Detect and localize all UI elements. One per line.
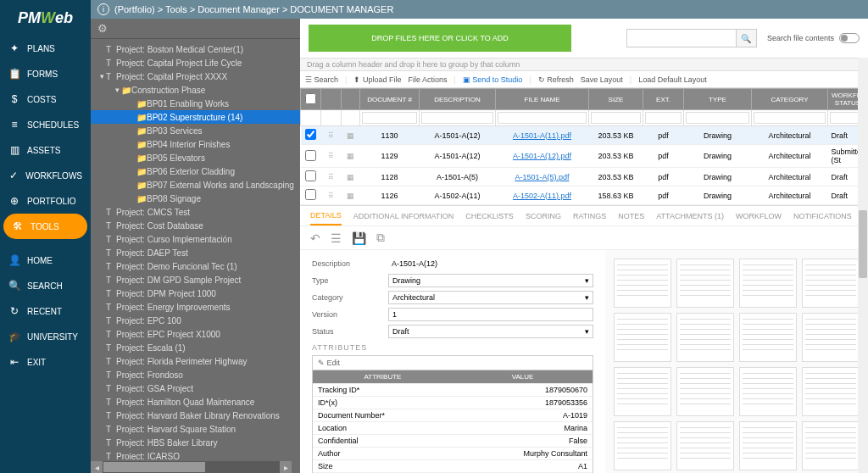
table-row[interactable]: ⠿▦1126A-1502-A(11)A-1502-A(11).pdf158.63… bbox=[301, 186, 868, 205]
row-checkbox[interactable] bbox=[305, 129, 316, 140]
scroll-thumb[interactable] bbox=[103, 462, 205, 472]
col-header[interactable]: FILE NAME bbox=[496, 89, 589, 110]
tree-node[interactable]: TProject: DM GPD Sample Project bbox=[91, 273, 300, 287]
tree-node[interactable]: 📁BP01 Enabling Works bbox=[91, 97, 300, 110]
drag-handle-icon[interactable]: ⠿ bbox=[321, 168, 342, 186]
edit-attributes-button[interactable]: ✎ Edit bbox=[313, 356, 593, 370]
tab-workflow[interactable]: WORKFLOW bbox=[736, 208, 782, 225]
tree-node[interactable]: TProject: Demo Funcional Tec (1) bbox=[91, 259, 300, 273]
tree-node[interactable]: 📁BP02 Superstructure (14) bbox=[91, 110, 300, 124]
select-all-checkbox[interactable] bbox=[305, 93, 316, 104]
preview-thumbnail[interactable] bbox=[802, 421, 860, 470]
row-checkbox[interactable] bbox=[305, 189, 316, 200]
tree-node[interactable]: 📁BP08 Signage bbox=[91, 192, 300, 205]
row-menu-icon[interactable]: ▦ bbox=[342, 168, 360, 186]
file-link[interactable]: A-1501-A(11).pdf bbox=[496, 126, 589, 145]
tree-node[interactable]: TProject: Harvard Baker Library Renovati… bbox=[91, 409, 300, 422]
tab-attachments-[interactable]: ATTACHMENTS (1) bbox=[656, 208, 724, 225]
tree-node[interactable]: TProject: Florida Perimeter Highway bbox=[91, 354, 300, 368]
popout-icon[interactable]: ⧉ bbox=[376, 231, 385, 245]
tab-additional-information[interactable]: ADDITIONAL INFORMATION bbox=[353, 208, 454, 225]
content-vscroll[interactable] bbox=[858, 58, 868, 473]
scroll-right-icon[interactable]: ▸ bbox=[280, 461, 292, 473]
list-icon[interactable]: ☰ bbox=[331, 231, 342, 245]
tree-node[interactable]: TProject: Escala (1) bbox=[91, 341, 300, 354]
group-by-bar[interactable]: Drag a column header and drop it here to… bbox=[300, 58, 868, 71]
nav-portfolio[interactable]: ⊕PORTFOLIO bbox=[0, 188, 91, 214]
col-header[interactable]: EXT. bbox=[643, 89, 684, 110]
tree-node[interactable]: TProject: Curso Implementación bbox=[91, 232, 300, 246]
preview-thumbnail[interactable] bbox=[739, 259, 797, 308]
nav-recent[interactable]: ↻RECENT bbox=[0, 298, 91, 324]
tree-node[interactable]: 📁BP06 Exterior Cladding bbox=[91, 164, 300, 178]
nav-home[interactable]: 👤HOME bbox=[0, 248, 91, 273]
field-type[interactable]: Drawing▾ bbox=[388, 274, 593, 287]
drag-handle-icon[interactable]: ⠿ bbox=[321, 186, 342, 205]
nav-exit[interactable]: ⇤EXIT bbox=[0, 349, 91, 375]
preview-thumbnail[interactable] bbox=[614, 421, 671, 470]
file-link[interactable]: A-1502-A(11).pdf bbox=[496, 186, 589, 205]
filter-input[interactable] bbox=[421, 112, 493, 124]
preview-thumbnail[interactable] bbox=[676, 367, 734, 416]
tree-node[interactable]: ▾📁Construction Phase bbox=[91, 83, 300, 97]
tree-node[interactable]: TProject: Boston Medical Center(1) bbox=[91, 42, 300, 56]
tree-node[interactable]: TProject: ICARSO bbox=[91, 449, 300, 459]
tree-node[interactable]: TProject: Harvard Square Station bbox=[91, 422, 300, 436]
tree-node[interactable]: TProject: Energy Improvements bbox=[91, 300, 300, 314]
col-header[interactable]: TYPE bbox=[684, 89, 752, 110]
tab-scoring[interactable]: SCORING bbox=[526, 208, 561, 225]
nav-workflows[interactable]: ✓WORKFLOWS bbox=[0, 163, 91, 188]
tree-node[interactable]: TProject: GSA Project bbox=[91, 381, 300, 395]
undo-icon[interactable]: ↶ bbox=[310, 231, 320, 245]
tree-node[interactable]: 📁BP07 External Works and Landscaping bbox=[91, 178, 300, 192]
preview-thumbnail[interactable] bbox=[676, 259, 734, 308]
search-button[interactable]: 🔍 bbox=[737, 29, 757, 47]
tree-settings-icon[interactable]: ⚙ bbox=[97, 22, 108, 35]
preview-thumbnail[interactable] bbox=[614, 313, 671, 362]
preview-thumbnail[interactable] bbox=[802, 259, 860, 308]
table-row[interactable]: ⠿▦1128A-1501-A(5)A-1501-A(5).pdf203.53 K… bbox=[301, 168, 868, 186]
filter-input[interactable] bbox=[498, 112, 587, 124]
tree-node[interactable]: 📁BP03 Services bbox=[91, 124, 300, 137]
preview-thumbnail[interactable] bbox=[802, 313, 860, 362]
preview-thumbnail[interactable] bbox=[739, 367, 797, 416]
info-icon[interactable]: i bbox=[97, 3, 109, 15]
row-menu-icon[interactable]: ▦ bbox=[342, 126, 360, 145]
preview-thumbnail[interactable] bbox=[739, 313, 797, 362]
filter-input[interactable] bbox=[362, 112, 417, 124]
search-input[interactable] bbox=[626, 29, 737, 47]
nav-tools[interactable]: 🛠TOOLS bbox=[3, 214, 87, 239]
drag-handle-icon[interactable]: ⠿ bbox=[321, 126, 342, 145]
nav-search[interactable]: 🔍SEARCH bbox=[0, 273, 91, 298]
field-version[interactable]: 1 bbox=[388, 308, 593, 321]
nav-university[interactable]: 🎓UNIVERSITY bbox=[0, 324, 91, 349]
preview-thumbnail[interactable] bbox=[802, 367, 860, 416]
scroll-left-icon[interactable]: ◂ bbox=[91, 461, 103, 473]
tree-node[interactable]: TProject: Frondoso bbox=[91, 368, 300, 381]
tree-node[interactable]: TProject: EPC Project X1000 bbox=[91, 327, 300, 341]
tree-node[interactable]: TProject: CMCS Test bbox=[91, 205, 300, 219]
file-link[interactable]: A-1501-A(12).pdf bbox=[496, 145, 589, 168]
nav-schedules[interactable]: ≡SCHEDULES bbox=[0, 112, 91, 137]
tree-node[interactable]: TProject: HBS Baker Library bbox=[91, 436, 300, 449]
nav-costs[interactable]: $COSTS bbox=[0, 86, 91, 112]
col-header[interactable]: CATEGORY bbox=[752, 89, 828, 110]
preview-thumbnail[interactable] bbox=[739, 421, 797, 470]
search-contents-toggle[interactable] bbox=[839, 33, 860, 43]
tree-node[interactable]: TProject: Hamilton Quad Maintenance bbox=[91, 395, 300, 409]
tree-node[interactable]: TProject: DAEP Test bbox=[91, 246, 300, 259]
drop-zone[interactable]: DROP FILES HERE OR CLICK TO ADD bbox=[309, 25, 571, 52]
filter-input[interactable] bbox=[754, 112, 826, 124]
tab-details[interactable]: DETAILS bbox=[310, 207, 342, 225]
row-checkbox[interactable] bbox=[305, 150, 316, 161]
tree-toggle-icon[interactable]: ▾ bbox=[113, 86, 121, 94]
tab-notes[interactable]: NOTES bbox=[618, 208, 644, 225]
preview-thumbnail[interactable] bbox=[614, 259, 671, 308]
load-default-layout-action[interactable]: Load Default Layout bbox=[638, 75, 707, 84]
drag-handle-icon[interactable]: ⠿ bbox=[321, 145, 342, 168]
save-icon[interactable]: 💾 bbox=[352, 231, 366, 245]
tree-node[interactable]: 📁BP05 Elevators bbox=[91, 151, 300, 164]
nav-plans[interactable]: ✦PLANS bbox=[0, 36, 91, 61]
tree-hscroll[interactable]: ◂ ▸ bbox=[91, 461, 292, 473]
tree-node[interactable]: TProject: DPM Project 1000 bbox=[91, 287, 300, 300]
